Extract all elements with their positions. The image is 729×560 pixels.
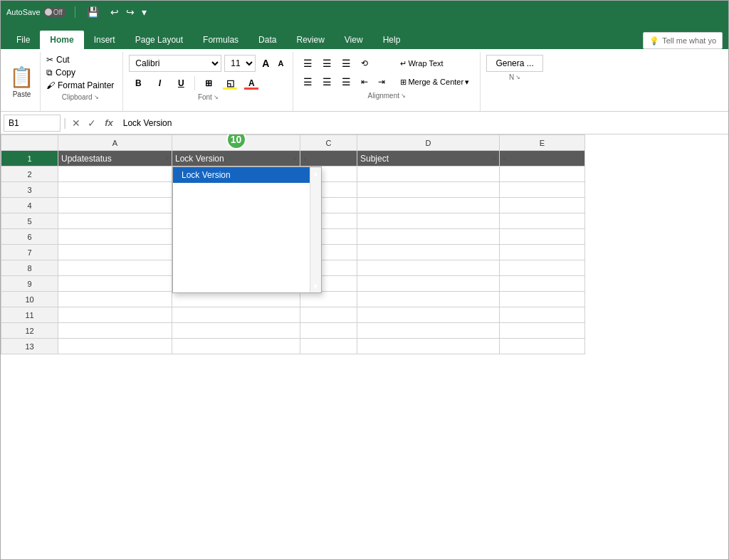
undo-icon[interactable]: ↩ xyxy=(107,5,122,19)
cell-d6[interactable] xyxy=(357,229,500,245)
copy-button[interactable]: ⧉ Copy xyxy=(43,66,117,79)
number-format-dropdown[interactable]: Genera ... xyxy=(486,55,543,72)
cell-e5[interactable] xyxy=(500,213,585,229)
filter-item-subject[interactable]: Subject xyxy=(173,199,321,214)
tab-view[interactable]: View xyxy=(335,31,373,49)
fill-color-button[interactable]: ◱ xyxy=(221,75,239,92)
col-c-header[interactable]: C xyxy=(300,135,357,151)
cell-c1-filter-arrow[interactable]: ▾ xyxy=(303,155,307,163)
decrease-indent-button[interactable]: ⇤ xyxy=(357,73,372,90)
font-color-button[interactable]: A xyxy=(242,75,261,92)
cell-d1[interactable]: Subject ▾ xyxy=(357,151,500,167)
orientation-button[interactable]: ⟲ xyxy=(357,55,372,72)
tab-page-layout[interactable]: Page Layout xyxy=(125,31,193,49)
tell-me-bar[interactable]: 💡 Tell me what yo xyxy=(643,32,723,49)
cell-d12[interactable] xyxy=(357,323,500,339)
col-d-header[interactable]: D xyxy=(357,135,500,151)
cell-d2[interactable] xyxy=(357,167,500,182)
cell-e4[interactable] xyxy=(500,198,585,213)
cell-a1-filter-arrow[interactable]: ▾ xyxy=(165,154,169,162)
save-icon[interactable]: 💾 xyxy=(84,5,102,19)
cell-c10[interactable] xyxy=(300,292,357,307)
underline-button[interactable]: U xyxy=(172,75,190,92)
cell-b1-filter-arrow[interactable]: ▾ xyxy=(293,154,297,162)
borders-button[interactable]: ⊞ xyxy=(199,75,218,92)
cell-reference-input[interactable] xyxy=(4,115,61,132)
cell-b12[interactable] xyxy=(172,323,300,339)
cell-d8[interactable] xyxy=(357,260,500,276)
cell-c12[interactable] xyxy=(300,323,357,339)
cell-e3[interactable] xyxy=(500,182,585,198)
filter-item-estimated-time[interactable]: Estimated time xyxy=(173,261,321,277)
cell-a6[interactable] xyxy=(58,229,172,245)
cell-d5[interactable] xyxy=(357,213,500,229)
align-top-left-button[interactable]: ☰ xyxy=(299,55,317,72)
align-top-right-button[interactable]: ☰ xyxy=(337,55,355,72)
cell-b13[interactable] xyxy=(172,339,300,354)
filter-item-progress[interactable]: Progress (%) xyxy=(173,277,321,292)
tab-home[interactable]: Home xyxy=(40,31,83,49)
merge-dropdown-arrow[interactable]: ▾ xyxy=(465,78,469,87)
italic-button[interactable]: I xyxy=(150,75,169,92)
redo-icon[interactable]: ↪ xyxy=(123,5,137,19)
cell-c13[interactable] xyxy=(300,339,357,354)
paste-button[interactable]: 📋 Paste xyxy=(4,52,41,111)
cell-c11[interactable] xyxy=(300,307,357,323)
filter-item-lock-version[interactable]: Lock Version xyxy=(173,167,321,183)
cell-a13[interactable] xyxy=(58,339,172,354)
alignment-expand-icon[interactable]: ↘ xyxy=(401,93,406,99)
wrap-text-button[interactable]: ↵ Wrap Text xyxy=(395,55,474,72)
scroll-down-icon[interactable]: ▼ xyxy=(310,280,322,292)
cell-d13[interactable] xyxy=(357,339,500,354)
bold-button[interactable]: B xyxy=(129,75,147,92)
font-size-dropdown[interactable]: 11 xyxy=(224,55,256,72)
tab-file[interactable]: File xyxy=(6,31,40,49)
font-expand-icon[interactable]: ↘ xyxy=(214,94,219,100)
cell-d10[interactable] xyxy=(357,292,500,307)
cell-e13[interactable] xyxy=(500,339,585,354)
font-family-dropdown[interactable]: Calibri xyxy=(129,55,221,72)
cell-a4[interactable] xyxy=(58,198,172,213)
cell-e12[interactable] xyxy=(500,323,585,339)
col-e-header[interactable]: E xyxy=(500,135,585,151)
formula-confirm-button[interactable]: ✓ xyxy=(85,116,99,130)
cell-a11[interactable] xyxy=(58,307,172,323)
cell-b10[interactable] xyxy=(172,292,300,307)
tab-insert[interactable]: Insert xyxy=(84,31,125,49)
cell-e2[interactable] xyxy=(500,167,585,182)
cell-d4[interactable] xyxy=(357,198,500,213)
tab-formulas[interactable]: Formulas xyxy=(193,31,248,49)
quick-access-dropdown[interactable]: ▾ xyxy=(139,5,150,19)
merge-center-button[interactable]: ⊞ Merge & Center ▾ xyxy=(395,73,474,90)
cell-d9[interactable] xyxy=(357,276,500,292)
format-painter-button[interactable]: 🖌 Format Painter xyxy=(43,79,117,92)
cell-e6[interactable] xyxy=(500,229,585,245)
cell-a8[interactable] xyxy=(58,260,172,276)
cell-b11[interactable] xyxy=(172,307,300,323)
cell-a1[interactable]: Updatestatus ▾ xyxy=(58,151,172,167)
cut-button[interactable]: ✂ Cut xyxy=(43,53,117,66)
cell-a2[interactable] xyxy=(58,167,172,182)
filter-item-finish-date[interactable]: Finish date xyxy=(173,245,321,261)
cell-d11[interactable] xyxy=(357,307,500,323)
filter-item-id[interactable]: ID xyxy=(173,183,321,199)
cell-e10[interactable] xyxy=(500,292,585,307)
col-a-header[interactable]: A xyxy=(58,135,172,151)
cell-e8[interactable] xyxy=(500,260,585,276)
font-shrink-button[interactable]: A xyxy=(274,56,287,71)
align-bottom-right-button[interactable]: ☰ xyxy=(337,73,355,90)
cell-e1[interactable]: ▾ xyxy=(500,151,585,167)
formula-cancel-button[interactable]: ✕ xyxy=(69,116,83,130)
cell-a10[interactable] xyxy=(58,292,172,307)
align-bottom-left-button[interactable]: ☰ xyxy=(299,73,317,90)
tab-data[interactable]: Data xyxy=(248,31,286,49)
cell-d1-filter-arrow[interactable]: ▾ xyxy=(493,154,496,162)
formula-input[interactable] xyxy=(119,117,725,130)
cell-e7[interactable] xyxy=(500,245,585,260)
align-top-center-button[interactable]: ☰ xyxy=(318,55,336,72)
filter-dropdown-popup[interactable]: Lock Version ID Subject Description Star… xyxy=(172,167,322,293)
col-b-header[interactable]: B 10 xyxy=(172,135,300,151)
cell-a3[interactable] xyxy=(58,182,172,198)
cell-d3[interactable] xyxy=(357,182,500,198)
increase-indent-button[interactable]: ⇥ xyxy=(374,73,389,90)
